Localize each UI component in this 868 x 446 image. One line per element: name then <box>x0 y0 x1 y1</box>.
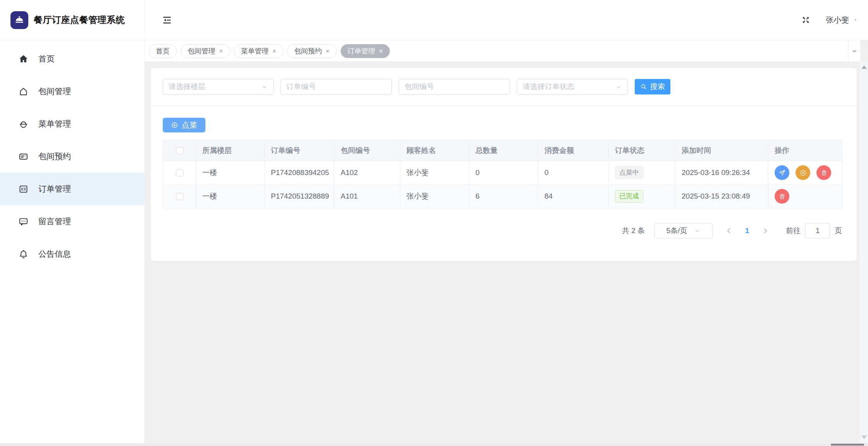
plus-circle-icon <box>171 122 178 129</box>
fullscreen-icon[interactable] <box>801 15 810 24</box>
page-number-current[interactable]: 1 <box>742 226 752 235</box>
tab-label: 订单管理 <box>348 46 375 56</box>
user-menu[interactable]: 张小斐 <box>826 15 858 25</box>
sidebar-item-room-management[interactable]: 包间管理 <box>0 75 145 108</box>
search-button[interactable]: 搜索 <box>635 79 670 94</box>
horizontal-scrollbar[interactable] <box>0 443 868 446</box>
add-order-button[interactable]: 点菜 <box>163 118 205 132</box>
row-checkbox[interactable] <box>176 169 183 177</box>
col-added-time: 添加时间 <box>675 140 768 161</box>
bowl-icon <box>18 119 29 129</box>
app-title: 餐厅订座点餐管理系统 <box>34 14 125 26</box>
close-icon[interactable]: × <box>272 48 277 55</box>
vertical-scrollbar[interactable] <box>860 62 868 444</box>
top-header: 张小斐 <box>145 0 868 40</box>
home-filled-icon <box>18 54 29 64</box>
horizontal-scrollbar-thumb[interactable] <box>831 444 864 446</box>
row-actions <box>775 189 842 204</box>
col-actions: 操作 <box>768 140 842 161</box>
delete-order-button[interactable] <box>775 189 789 204</box>
fold-icon[interactable] <box>162 15 172 25</box>
sidebar: 餐厅订座点餐管理系统 首页 包间管理 菜单管理 包间预约 订单管理 <box>0 0 145 446</box>
col-customer: 顾客姓名 <box>400 140 469 161</box>
tab-room-management[interactable]: 包间管理 × <box>181 44 230 58</box>
sidebar-item-label: 订单管理 <box>38 184 71 194</box>
chat-icon <box>18 216 29 227</box>
col-status: 订单状态 <box>609 140 675 161</box>
status-badge: 点菜中 <box>615 166 643 179</box>
search-button-label: 搜索 <box>650 82 665 92</box>
home-outline-icon <box>18 86 29 97</box>
cell-amount: 0 <box>538 161 609 185</box>
circle-close-icon <box>799 169 807 177</box>
cell-added-time: 2025-03-15 23:08:49 <box>675 185 768 208</box>
app-logo-row: 餐厅订座点餐管理系统 <box>0 0 145 40</box>
cell-total-qty: 0 <box>469 161 538 185</box>
tab-home[interactable]: 首页 <box>149 44 177 58</box>
col-amount: 消费金额 <box>538 140 609 161</box>
sidebar-item-home[interactable]: 首页 <box>0 43 145 75</box>
sidebar-item-order-management[interactable]: 订单管理 <box>0 173 145 205</box>
goto-label: 前往 <box>786 226 801 236</box>
send-icon <box>778 169 786 177</box>
tab-label: 菜单管理 <box>241 46 269 56</box>
cell-customer: 张小斐 <box>400 185 469 208</box>
room-no-input[interactable] <box>405 82 504 91</box>
page-size-select[interactable]: 5条/页 <box>654 223 713 238</box>
chevron-down-icon <box>615 84 622 90</box>
col-total-qty: 总数量 <box>469 140 538 161</box>
floor-select[interactable]: 请选择楼层 <box>163 79 274 94</box>
cell-floor: 一楼 <box>196 161 265 185</box>
cancel-order-button[interactable] <box>796 165 810 180</box>
next-page-button[interactable] <box>761 226 770 235</box>
close-icon[interactable]: × <box>379 48 383 55</box>
search-icon <box>640 83 647 90</box>
col-room-no: 包间编号 <box>334 140 400 161</box>
cell-floor: 一楼 <box>196 185 265 208</box>
tab-order-management[interactable]: 订单管理 × <box>341 44 390 58</box>
cell-order-no: P1742088394205 <box>265 161 334 185</box>
order-status-select[interactable]: 请选择订单状态 <box>517 79 628 94</box>
header-right: 张小斐 <box>801 0 858 40</box>
order-no-input[interactable] <box>286 82 386 91</box>
sidebar-item-announcement[interactable]: 公告信息 <box>0 238 145 270</box>
sidebar-item-label: 公告信息 <box>38 249 71 259</box>
sidebar-item-label: 菜单管理 <box>38 118 71 129</box>
sidebar-item-label: 包间管理 <box>38 86 71 97</box>
caret-down-icon <box>853 18 858 22</box>
floor-select-placeholder: 请选择楼层 <box>169 82 205 92</box>
cell-added-time: 2025-03-16 09:26:34 <box>675 161 768 185</box>
close-icon[interactable]: × <box>219 48 223 55</box>
prev-page-button[interactable] <box>725 226 733 235</box>
page-size-label: 5条/页 <box>666 226 687 236</box>
content-card: 请选择楼层 请选择订单状态 搜索 点菜 <box>151 68 857 261</box>
close-icon[interactable]: × <box>326 48 330 55</box>
sidebar-item-menu-management[interactable]: 菜单管理 <box>0 108 145 140</box>
cell-total-qty: 6 <box>469 185 538 208</box>
bell-icon <box>18 249 29 259</box>
trash-icon <box>778 193 786 200</box>
send-order-button[interactable] <box>775 165 789 180</box>
filter-bar: 请选择楼层 请选择订单状态 搜索 <box>163 79 670 94</box>
select-all-checkbox[interactable] <box>176 147 183 154</box>
delete-order-button[interactable] <box>816 165 831 180</box>
tab-overflow-button[interactable] <box>848 40 860 62</box>
table-row: 一楼 P1742051328889 A101 张小斐 6 84 已完成 2025… <box>163 185 842 208</box>
cell-order-no: P1742051328889 <box>265 185 334 208</box>
order-status-placeholder: 请选择订单状态 <box>523 82 574 92</box>
tab-room-reservation[interactable]: 包间预约 × <box>287 44 337 58</box>
goto-page-input[interactable] <box>805 223 830 238</box>
chevron-down-icon <box>261 84 268 90</box>
sidebar-item-label: 留言管理 <box>38 216 71 227</box>
col-floor: 所属楼层 <box>196 140 265 161</box>
sidebar-item-room-reservation[interactable]: 包间预约 <box>0 140 145 173</box>
sidebar-item-message-management[interactable]: 留言管理 <box>0 205 145 238</box>
row-actions <box>775 165 842 180</box>
scroll-down-arrow-icon[interactable] <box>861 436 867 439</box>
cell-amount: 84 <box>538 185 609 208</box>
table-row: 一楼 P1742088394205 A102 张小斐 0 0 点菜中 2025-… <box>163 161 842 185</box>
tab-menu-management[interactable]: 菜单管理 × <box>234 44 284 58</box>
scroll-up-arrow-icon[interactable] <box>861 65 867 69</box>
row-checkbox[interactable] <box>176 193 183 200</box>
pagination: 共 2 条 5条/页 1 前往 页 <box>622 223 842 238</box>
